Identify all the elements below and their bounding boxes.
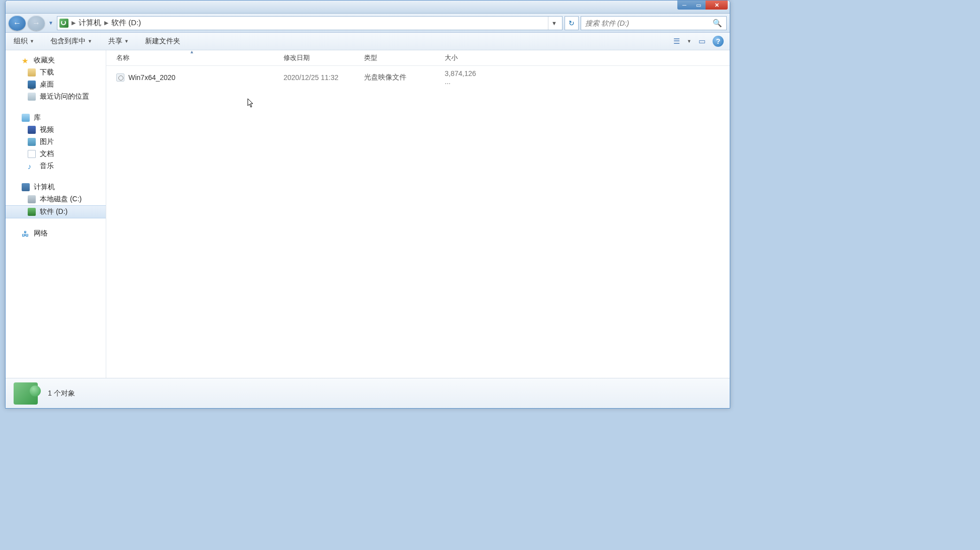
- file-row[interactable]: Win7x64_2020 2020/12/25 11:32 光盘映像文件 3,8…: [106, 66, 730, 89]
- back-button[interactable]: ←: [9, 16, 26, 31]
- preview-pane-button[interactable]: ▭: [695, 35, 709, 47]
- sidebar-item-computer[interactable]: 计算机: [6, 181, 106, 193]
- file-name: Win7x64_2020: [128, 73, 175, 82]
- libraries-icon: [22, 114, 30, 122]
- column-type[interactable]: 类型: [358, 50, 439, 65]
- toolbar-right: ☰ ▼ ▭ ?: [670, 35, 724, 47]
- status-text: 1 个对象: [48, 389, 75, 398]
- recent-label: 最近访问的位置: [40, 92, 89, 101]
- downloads-icon: [28, 68, 36, 76]
- column-size-label: 大小: [445, 54, 458, 61]
- music-icon: ♪: [28, 162, 36, 170]
- help-button[interactable]: ?: [713, 36, 724, 47]
- maximize-button[interactable]: [691, 1, 706, 10]
- favorites-label: 收藏夹: [34, 56, 55, 65]
- content: ★ 收藏夹 下载 桌面 最近访问的位置: [6, 50, 730, 378]
- documents-label: 文档: [40, 149, 54, 159]
- breadcrumb-computer[interactable]: 计算机: [76, 17, 104, 29]
- software-d-label: 软件 (D:): [40, 207, 67, 216]
- column-name-label: 名称: [116, 54, 129, 61]
- computer-label: 计算机: [34, 183, 55, 192]
- drive-status-icon: [14, 382, 38, 405]
- sidebar-item-music[interactable]: ♪ 音乐: [6, 160, 106, 172]
- chevron-right-icon[interactable]: ▶: [104, 20, 108, 26]
- file-date: 2020/12/25 11:32: [277, 72, 358, 83]
- network-icon: 🖧: [22, 229, 30, 238]
- chevron-down-icon: ▼: [30, 39, 34, 44]
- navbar: ← → ▼ ▶ 计算机 ▶ 软件 (D:) ▼ ↻ 🔍: [6, 14, 730, 33]
- sidebar-item-recent[interactable]: 最近访问的位置: [6, 91, 106, 103]
- column-date[interactable]: 修改日期: [277, 50, 358, 65]
- file-size: 3,874,126 ...: [439, 68, 489, 87]
- sidebar-item-pictures[interactable]: 图片: [6, 136, 106, 148]
- breadcrumb: ▶ 计算机 ▶ 软件 (D:): [72, 17, 545, 29]
- tree-group-computer: 计算机 本地磁盘 (C:) 软件 (D:): [6, 181, 106, 218]
- file-name-cell: Win7x64_2020: [106, 72, 277, 83]
- drive-icon: [28, 195, 36, 203]
- column-date-label: 修改日期: [284, 54, 310, 61]
- chevron-down-icon[interactable]: ▼: [687, 39, 691, 44]
- pictures-icon: [28, 138, 36, 146]
- sidebar-item-desktop[interactable]: 桌面: [6, 78, 106, 91]
- refresh-button[interactable]: ↻: [565, 16, 579, 30]
- organize-menu[interactable]: 组织 ▼: [12, 35, 36, 48]
- sidebar-item-software-d[interactable]: 软件 (D:): [6, 205, 106, 218]
- pictures-label: 图片: [40, 137, 54, 146]
- share-menu[interactable]: 共享 ▼: [106, 35, 131, 48]
- drive-location-icon: [59, 19, 68, 28]
- search-icon[interactable]: 🔍: [713, 19, 722, 28]
- search-input[interactable]: [585, 19, 713, 27]
- navigation-pane: ★ 收藏夹 下载 桌面 最近访问的位置: [6, 50, 106, 378]
- sidebar-item-documents[interactable]: 文档: [6, 148, 106, 160]
- computer-icon: [22, 183, 30, 191]
- address-dropdown-icon[interactable]: ▼: [548, 17, 560, 30]
- include-library-menu[interactable]: 包含到库中 ▼: [48, 35, 94, 48]
- file-list: 名称 ▲ 修改日期 类型 大小 Win7x64_2020 2020/1: [106, 50, 730, 378]
- tree-group-favorites: ★ 收藏夹 下载 桌面 最近访问的位置: [6, 54, 106, 103]
- recent-icon: [28, 93, 36, 101]
- videos-label: 视频: [40, 125, 54, 134]
- history-dropdown-icon[interactable]: ▼: [47, 20, 55, 26]
- organize-label: 组织: [14, 37, 28, 46]
- include-library-label: 包含到库中: [50, 37, 86, 46]
- sidebar-item-favorites[interactable]: ★ 收藏夹: [6, 54, 106, 66]
- chevron-right-icon[interactable]: ▶: [72, 20, 76, 26]
- addressbar[interactable]: ▶ 计算机 ▶ 软件 (D:) ▼: [57, 16, 563, 30]
- close-button[interactable]: [706, 1, 728, 10]
- documents-icon: [28, 150, 36, 158]
- forward-button[interactable]: →: [28, 16, 45, 31]
- star-icon: ★: [22, 56, 30, 64]
- libraries-label: 库: [34, 113, 41, 122]
- downloads-label: 下载: [40, 68, 54, 77]
- iso-file-icon: [116, 73, 124, 82]
- chevron-down-icon: ▼: [124, 39, 129, 44]
- file-type: 光盘映像文件: [358, 72, 439, 83]
- new-folder-label: 新建文件夹: [145, 37, 180, 46]
- column-size[interactable]: 大小: [439, 50, 489, 65]
- sidebar-item-local-c[interactable]: 本地磁盘 (C:): [6, 193, 106, 205]
- network-label: 网络: [34, 229, 48, 238]
- video-icon: [28, 126, 36, 134]
- view-mode-button[interactable]: ☰: [670, 35, 683, 47]
- column-name[interactable]: 名称 ▲: [106, 50, 277, 65]
- new-folder-button[interactable]: 新建文件夹: [143, 35, 182, 48]
- toolbar: 组织 ▼ 包含到库中 ▼ 共享 ▼ 新建文件夹 ☰ ▼ ▭ ?: [6, 33, 730, 50]
- tree-group-network: 🖧 网络: [6, 227, 106, 240]
- explorer-window: ← → ▼ ▶ 计算机 ▶ 软件 (D:) ▼ ↻ 🔍 组织 ▼ 包含到库中 ▼: [5, 0, 730, 409]
- sidebar-item-downloads[interactable]: 下载: [6, 66, 106, 78]
- sidebar-item-videos[interactable]: 视频: [6, 124, 106, 136]
- desktop-icon: [28, 81, 36, 89]
- music-label: 音乐: [40, 162, 54, 171]
- sort-ascending-icon: ▲: [190, 50, 194, 54]
- window-controls: [677, 1, 728, 10]
- local-c-label: 本地磁盘 (C:): [40, 195, 82, 204]
- minimize-button[interactable]: [677, 1, 691, 10]
- share-label: 共享: [108, 37, 122, 46]
- sidebar-item-libraries[interactable]: 库: [6, 112, 106, 124]
- sidebar-item-network[interactable]: 🖧 网络: [6, 227, 106, 240]
- search-box[interactable]: 🔍: [581, 16, 727, 30]
- column-type-label: 类型: [364, 54, 377, 61]
- breadcrumb-drive[interactable]: 软件 (D:): [108, 17, 144, 29]
- chevron-down-icon: ▼: [88, 39, 92, 44]
- mouse-cursor-icon: [247, 98, 255, 108]
